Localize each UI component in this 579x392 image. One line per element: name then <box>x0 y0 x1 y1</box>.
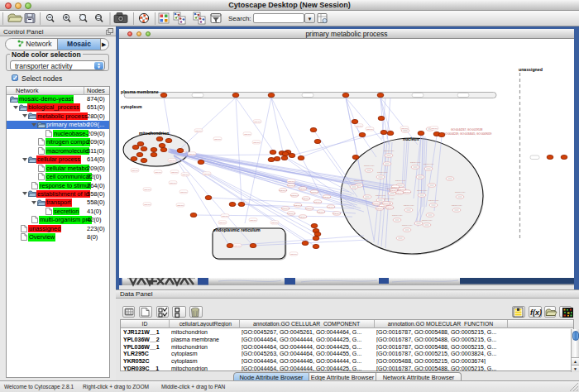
svg-text:GO:004: GO:004 <box>144 203 151 205</box>
svg-text:GO:004: GO:004 <box>144 189 151 190</box>
svg-text:GO:0044: GO:0044 <box>311 191 319 193</box>
svg-text:GO:004: GO:004 <box>155 171 162 173</box>
svg-text:GO:0044464: GO:0044464 <box>417 189 428 191</box>
svg-text:GO:004: GO:004 <box>132 170 139 171</box>
svg-text:GO:0044464: GO:0044464 <box>376 194 386 196</box>
svg-text:nucleus: nucleus <box>403 136 419 141</box>
svg-text:GO:004: GO:004 <box>171 171 179 173</box>
svg-text:GO:004: GO:004 <box>366 128 374 130</box>
svg-text:GO:0044: GO:0044 <box>328 206 336 208</box>
svg-text:GO:004: GO:004 <box>169 160 176 161</box>
svg-text:endoplasmic reticulum: endoplasmic reticulum <box>213 227 261 232</box>
svg-text:GO:0044: GO:0044 <box>386 207 395 208</box>
svg-text:GO:0044: GO:0044 <box>396 192 404 194</box>
svg-text:GO:0044: GO:0044 <box>390 189 399 191</box>
svg-text:GO:0044464: GO:0044464 <box>428 199 439 201</box>
svg-text:GO:004: GO:004 <box>271 222 279 223</box>
svg-text:GO:0044: GO:0044 <box>404 191 412 193</box>
svg-text:GO:0044464: GO:0044464 <box>455 191 466 193</box>
svg-text:GO:004: GO:004 <box>177 204 184 206</box>
svg-text:GO:0044: GO:0044 <box>303 198 311 199</box>
svg-text:GO:004: GO:004 <box>290 253 298 255</box>
svg-text:unassigned: unassigned <box>519 67 543 72</box>
svg-text:GO:0044: GO:0044 <box>318 211 326 213</box>
svg-text:GO:0044464: GO:0044464 <box>410 161 421 163</box>
svg-text:GO:0044464: GO:0044464 <box>387 188 398 189</box>
svg-text:GO:004: GO:004 <box>401 127 409 129</box>
svg-text:GO:004: GO:004 <box>203 173 211 174</box>
svg-text:GO:0044464: GO:0044464 <box>402 224 413 226</box>
svg-text:GO:004: GO:004 <box>222 215 229 217</box>
svg-text:GO:0044: GO:0044 <box>314 201 323 203</box>
svg-text:GO:004: GO:004 <box>189 153 196 155</box>
svg-text:GO:004: GO:004 <box>182 174 189 175</box>
svg-text:GO:004: GO:004 <box>244 133 251 135</box>
svg-text:GO:0044: GO:0044 <box>299 216 308 218</box>
svg-text:GO:004: GO:004 <box>250 219 257 221</box>
svg-text:GO:0044267, GO:0019538: GO:0044267, GO:0019538 <box>451 128 483 131</box>
svg-text:GO:0044249, GO:0034645, GO:000: GO:0044249, GO:0034645, GO:0009059 <box>443 132 492 136</box>
svg-text:GO:0044: GO:0044 <box>376 208 385 209</box>
svg-text:GO:004: GO:004 <box>219 222 227 223</box>
svg-text:GO:0044464: GO:0044464 <box>404 204 414 206</box>
svg-text:GO:0044: GO:0044 <box>373 203 381 204</box>
svg-text:GO:0044464: GO:0044464 <box>422 219 433 221</box>
svg-text:GO:004: GO:004 <box>170 182 177 184</box>
svg-text:GO:0044464: GO:0044464 <box>377 171 388 173</box>
svg-text:GO:0044: GO:0044 <box>294 204 303 206</box>
svg-text:GO:0044: GO:0044 <box>288 213 296 214</box>
svg-text:GO:004: GO:004 <box>288 180 295 182</box>
svg-text:GO:004: GO:004 <box>253 141 261 143</box>
svg-text:GO:0044464: GO:0044464 <box>423 163 434 165</box>
svg-text:GO:0044464: GO:0044464 <box>384 198 395 199</box>
svg-text:GO:0044: GO:0044 <box>291 194 299 196</box>
svg-text:GO:004: GO:004 <box>195 130 203 131</box>
svg-text:GO:0044: GO:0044 <box>383 203 391 204</box>
svg-text:mitochondrion: mitochondrion <box>139 131 169 136</box>
svg-text:plasma membrane: plasma membrane <box>121 89 159 94</box>
svg-text:GO:0044: GO:0044 <box>288 184 296 186</box>
svg-text:GO:004: GO:004 <box>214 138 222 140</box>
svg-text:GO:004: GO:004 <box>356 125 363 127</box>
svg-text:GO:0044464: GO:0044464 <box>392 214 403 216</box>
svg-text:f(x): f(x) <box>530 308 542 317</box>
svg-text:GO:0044464: GO:0044464 <box>364 165 375 166</box>
svg-text:GO:0044: GO:0044 <box>399 189 407 190</box>
svg-text:GO:0044464: GO:0044464 <box>452 204 462 206</box>
svg-text:GO:0044464: GO:0044464 <box>395 179 406 181</box>
svg-text:GO:0044: GO:0044 <box>333 213 342 214</box>
svg-text:GO:004: GO:004 <box>234 245 242 246</box>
svg-text:GO:004: GO:004 <box>431 127 438 129</box>
svg-text:cytoplasm: cytoplasm <box>121 104 142 109</box>
svg-text:GO:004: GO:004 <box>180 191 188 193</box>
svg-text:GO:0044464: GO:0044464 <box>384 150 395 151</box>
svg-text:GO:0044: GO:0044 <box>282 208 290 209</box>
svg-text:GO:0044: GO:0044 <box>323 196 332 198</box>
svg-text:GO:0044: GO:0044 <box>299 188 308 189</box>
svg-text:GO:0044: GO:0044 <box>280 189 288 191</box>
svg-text:GO:0044: GO:0044 <box>306 208 314 209</box>
svg-text:GO:0044464: GO:0044464 <box>354 179 365 181</box>
svg-text:GO:004: GO:004 <box>254 121 261 122</box>
